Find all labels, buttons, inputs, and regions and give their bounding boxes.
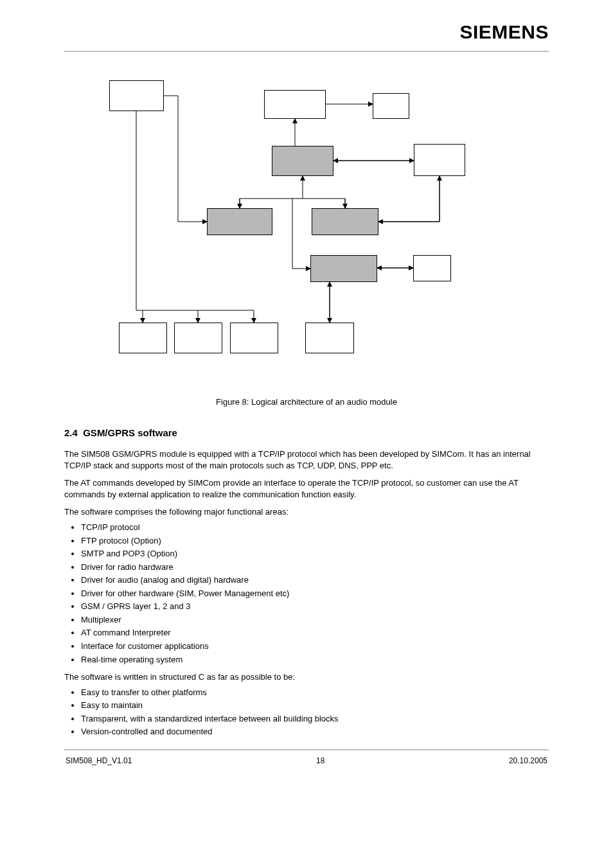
list-item: Easy to transfer to other platforms xyxy=(81,687,549,698)
list-item: Driver for other hardware (SIM, Power Ma… xyxy=(81,588,549,599)
list-item: Multiplexer xyxy=(81,614,549,626)
footer-page-number: 18 xyxy=(316,756,324,766)
list-item: GSM / GPRS layer 1, 2 and 3 xyxy=(81,601,549,612)
figure-caption: Figure 8: Logical architecture of an aud… xyxy=(64,396,549,408)
section-number: 2.4 xyxy=(64,427,78,438)
page-footer: SIM508_HD_V1.01 18 20.10.2005 xyxy=(64,756,549,766)
header-divider xyxy=(64,51,549,52)
paragraph: The AT commands developed by SIMCom prov… xyxy=(64,477,549,500)
list-intro: The software comprises the following maj… xyxy=(64,506,549,518)
paragraph: The SIM508 GSM/GPRS module is equipped w… xyxy=(64,448,549,471)
footer-left: SIM508_HD_V1.01 xyxy=(66,756,132,766)
list-item: Version-controlled and documented xyxy=(81,726,549,738)
list-item: AT command Interpreter xyxy=(81,627,549,639)
list-intro: The software is written in structured C … xyxy=(64,671,549,683)
list-item: SMTP and POP3 (Option) xyxy=(81,548,549,560)
brand-logo: SIEMENS xyxy=(64,19,549,46)
section-title: GSM/GPRS software xyxy=(83,427,177,438)
list-item: Real-time operating system xyxy=(81,654,549,666)
list-item: Easy to maintain xyxy=(81,700,549,711)
footer-date: 20.10.2005 xyxy=(509,756,547,766)
figure-diagram xyxy=(82,71,531,393)
list-item: Transparent, with a standardized interfa… xyxy=(81,713,549,725)
list-item: Driver for audio (analog and digital) ha… xyxy=(81,574,549,586)
quality-list: Easy to transfer to other platformsEasy … xyxy=(64,687,549,738)
diagram-connectors xyxy=(82,71,531,393)
list-item: TCP/IP protocol xyxy=(81,522,549,533)
footer-divider xyxy=(64,749,549,750)
list-item: FTP protocol (Option) xyxy=(81,535,549,547)
feature-list: TCP/IP protocolFTP protocol (Option)SMTP… xyxy=(64,522,549,665)
list-item: Driver for radio hardware xyxy=(81,562,549,573)
list-item: Interface for customer applications xyxy=(81,641,549,652)
section-heading: 2.4 GSM/GPRS software xyxy=(64,427,549,439)
